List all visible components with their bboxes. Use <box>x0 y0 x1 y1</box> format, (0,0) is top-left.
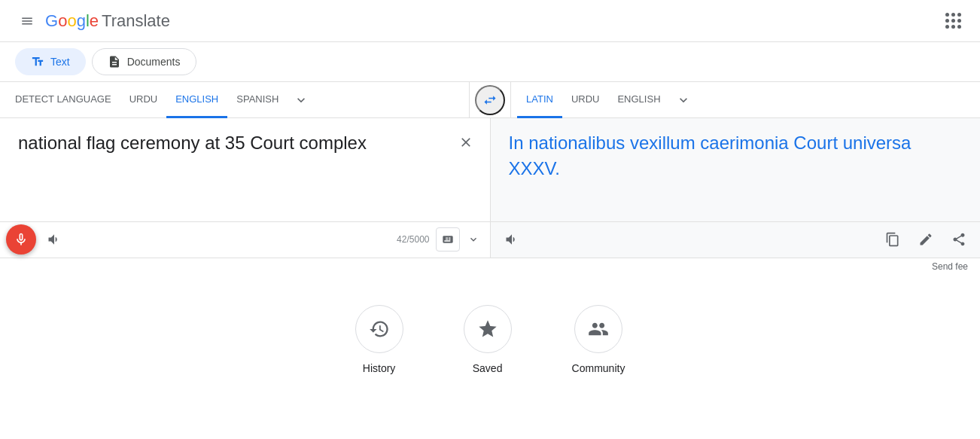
source-lang-more[interactable] <box>288 87 315 114</box>
text-icon <box>31 55 44 69</box>
urdu-target-label: URDU <box>571 93 600 105</box>
community-icon-circle <box>574 305 622 353</box>
swap-languages-button[interactable] <box>475 85 505 115</box>
lang-tab-urdu-target[interactable]: URDU <box>562 82 609 118</box>
apps-icon[interactable] <box>938 6 968 36</box>
char-count: 42/5000 <box>397 234 429 245</box>
tab-documents[interactable]: Documents <box>92 48 196 75</box>
documents-icon <box>108 55 121 69</box>
clear-button[interactable] <box>454 130 478 154</box>
star-icon <box>477 319 498 340</box>
translator: DETECT LANGUAGE URDU ENGLISH SPANISH <box>0 81 980 258</box>
share-button[interactable] <box>944 224 974 255</box>
community-item[interactable]: Community <box>572 305 625 374</box>
mic-button[interactable] <box>6 224 36 255</box>
target-lang-tabs: LATIN URDU ENGLISH <box>511 82 980 117</box>
lang-tab-detect[interactable]: DETECT LANGUAGE <box>6 82 120 118</box>
history-icon-circle <box>355 305 403 353</box>
translation-output: In nationalibus vexillum caerimonia Cour… <box>491 118 981 221</box>
tab-text-label: Text <box>50 56 70 68</box>
lang-tab-english-target[interactable]: ENGLISH <box>608 82 669 118</box>
detect-label: DETECT LANGUAGE <box>15 93 111 105</box>
saved-item[interactable]: Saved <box>464 305 512 374</box>
send-feedback-link[interactable]: Send fee <box>932 261 968 272</box>
saved-icon-circle <box>464 305 512 353</box>
mode-tabs: Text Documents <box>0 42 980 81</box>
lang-swap-area <box>469 82 511 117</box>
copy-button[interactable] <box>878 224 908 255</box>
lang-tab-spanish[interactable]: SPANISH <box>227 82 288 118</box>
history-item[interactable]: History <box>355 305 403 374</box>
saved-label: Saved <box>473 362 503 374</box>
keyboard-button[interactable] <box>436 227 460 252</box>
english-target-label: ENGLISH <box>617 93 660 105</box>
source-lang-tabs: DETECT LANGUAGE URDU ENGLISH SPANISH <box>0 82 469 117</box>
community-label: Community <box>572 362 625 374</box>
english-source-label: ENGLISH <box>175 93 218 105</box>
source-panel: national flag ceremony at 35 Court compl… <box>0 118 491 258</box>
target-speaker-button[interactable] <box>497 224 527 255</box>
target-bottom-bar <box>491 221 981 258</box>
expand-button[interactable] <box>463 229 484 250</box>
target-lang-more[interactable] <box>670 87 697 114</box>
menu-icon[interactable] <box>12 6 42 36</box>
source-bottom-bar: 42/5000 <box>0 221 490 258</box>
translate-label: Translate <box>102 11 170 31</box>
lang-tab-urdu-source[interactable]: URDU <box>120 82 167 118</box>
tab-documents-label: Documents <box>127 56 181 68</box>
history-label: History <box>363 362 396 374</box>
edit-button[interactable] <box>911 224 941 255</box>
send-feedback: Send fee <box>0 258 980 275</box>
source-input-area: national flag ceremony at 35 Court compl… <box>0 118 490 221</box>
google-translate-logo[interactable]: Google Translate <box>45 11 170 31</box>
lang-tab-latin[interactable]: LATIN <box>517 82 562 118</box>
history-icon <box>369 319 390 340</box>
urdu-source-label: URDU <box>129 93 158 105</box>
source-speaker-button[interactable] <box>39 224 69 255</box>
source-textarea[interactable]: national flag ceremony at 35 Court compl… <box>18 130 472 206</box>
spanish-label: SPANISH <box>236 93 278 105</box>
header: Google Translate <box>0 0 980 42</box>
bottom-section: History Saved Community <box>0 275 980 397</box>
latin-label: LATIN <box>526 93 553 105</box>
lang-tab-english-source[interactable]: ENGLISH <box>166 82 227 118</box>
target-panel: In nationalibus vexillum caerimonia Cour… <box>491 118 981 258</box>
community-icon <box>588 319 609 340</box>
tab-text[interactable]: Text <box>15 48 86 75</box>
target-actions <box>878 224 974 255</box>
panels-row: national flag ceremony at 35 Court compl… <box>0 118 980 258</box>
language-bar: DETECT LANGUAGE URDU ENGLISH SPANISH <box>0 82 980 118</box>
